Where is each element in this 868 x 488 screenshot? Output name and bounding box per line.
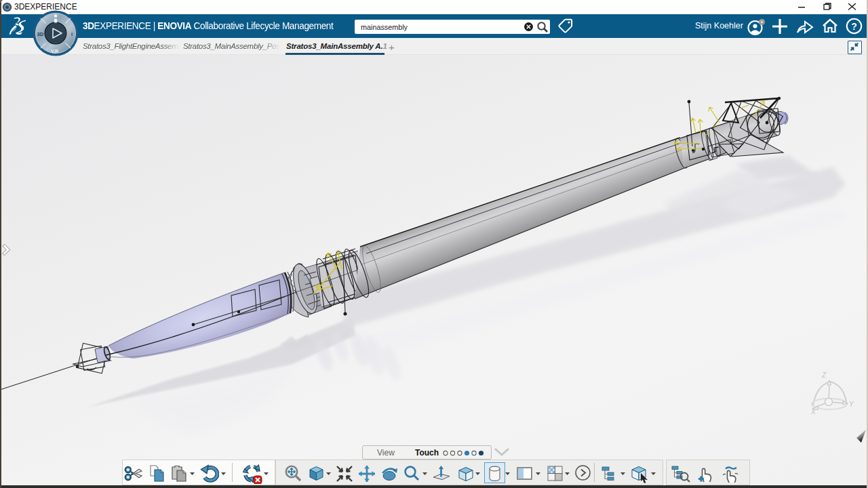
svg-text:X: X [810, 408, 816, 415]
svg-text:?: ? [851, 21, 857, 32]
svg-text:Z: Z [821, 371, 827, 379]
svg-text:Y: Y [849, 401, 854, 408]
svg-text:3D: 3D [37, 31, 44, 37]
svg-text:V,R: V,R [51, 49, 58, 54]
svg-text:i: i [71, 31, 73, 37]
